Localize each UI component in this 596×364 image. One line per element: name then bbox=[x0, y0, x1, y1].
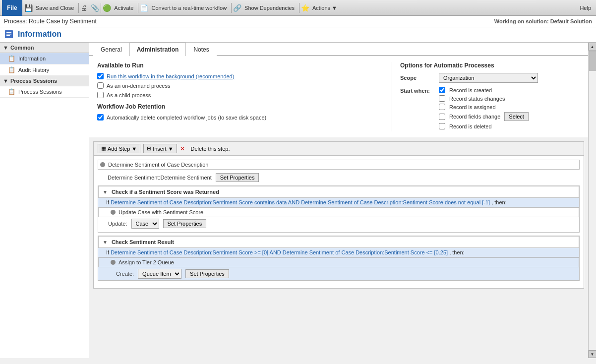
save-icon: 💾 bbox=[24, 4, 33, 12]
scroll-up-arrow[interactable]: ▲ bbox=[589, 43, 596, 51]
tab-notes[interactable]: Notes bbox=[186, 43, 216, 56]
svg-rect-3 bbox=[6, 35, 10, 36]
scope-select[interactable]: Organization Business Unit Parent: Child… bbox=[439, 73, 538, 83]
update-label: Update: bbox=[108, 221, 127, 227]
record-fields-checkbox[interactable] bbox=[439, 114, 445, 120]
if-row-2: If Determine Sentiment of Case Descripti… bbox=[98, 248, 579, 257]
common-group-header[interactable]: ▼ Common bbox=[0, 43, 89, 53]
child-process-row: As a child process bbox=[97, 92, 382, 98]
separator-2 bbox=[89, 3, 89, 13]
chevron-down-icon: ▼ bbox=[3, 45, 8, 51]
process-sessions-group-header[interactable]: ▼ Process Sessions bbox=[0, 76, 89, 86]
options-header: Options for Automatic Processes bbox=[400, 62, 580, 69]
solution-label: Working on solution: Default Solution bbox=[494, 18, 592, 24]
record-fields-label: Record fields change bbox=[449, 114, 500, 120]
start-when-container: Start when: Record is created Record sta… bbox=[400, 87, 580, 131]
on-demand-label: As an on-demand process bbox=[107, 83, 170, 89]
set-props-btn-3[interactable]: Set Properties bbox=[185, 269, 229, 278]
attach-icon: 📎 bbox=[91, 4, 99, 12]
sidebar-item-process-sessions[interactable]: 📋 Process Sessions bbox=[0, 86, 89, 98]
actions-icon: ⭐ bbox=[301, 4, 309, 12]
if-link-1[interactable]: Determine Sentiment of Case Description:… bbox=[111, 199, 490, 205]
if-then-1: , then: bbox=[491, 199, 507, 205]
determine-sentiment-props: Determine Sentiment:Determine Sentiment … bbox=[98, 172, 580, 183]
if-text-2: If bbox=[106, 249, 111, 255]
tabs-bar: General Administration Notes bbox=[89, 43, 588, 56]
breadcrumb: Process: Route Case by Sentiment bbox=[4, 18, 97, 25]
insert-button[interactable]: ⊞ Insert ▼ bbox=[143, 144, 177, 153]
record-assigned-checkbox[interactable] bbox=[439, 104, 445, 110]
child-process-label: As a child process bbox=[107, 92, 151, 98]
record-status-checkbox[interactable] bbox=[439, 95, 445, 102]
record-deleted-row: Record is deleted bbox=[439, 123, 529, 129]
activate-button[interactable]: Activate bbox=[111, 1, 136, 15]
actions-button[interactable]: Actions ▼ bbox=[309, 1, 340, 15]
create-select[interactable]: Queue Item bbox=[138, 269, 181, 279]
start-when-label: Start when: bbox=[400, 87, 435, 131]
delete-step-button[interactable]: Delete this step. bbox=[188, 145, 233, 153]
available-to-run-header: Available to Run bbox=[97, 62, 382, 69]
determine-sentiment-step[interactable]: Determine Sentiment of Case Description bbox=[98, 160, 580, 170]
breadcrumb-bar: Process: Route Case by Sentiment Working… bbox=[0, 16, 596, 27]
start-when-options: Record is created Record status changes … bbox=[439, 87, 529, 131]
scope-row: Scope Organization Business Unit Parent:… bbox=[400, 73, 580, 83]
sub-bullet-1 bbox=[111, 210, 116, 215]
tab-administration[interactable]: Administration bbox=[129, 43, 186, 56]
add-step-button[interactable]: ▦ Add Step ▼ bbox=[98, 144, 140, 153]
if-row-1: If Determine Sentiment of Case Descripti… bbox=[98, 198, 579, 207]
common-label: Common bbox=[10, 45, 34, 51]
save-close-button[interactable]: Save and Close bbox=[33, 1, 77, 15]
actions-dropdown-icon: ▼ bbox=[332, 5, 337, 11]
record-created-checkbox[interactable] bbox=[439, 87, 445, 93]
run-background-checkbox[interactable] bbox=[97, 73, 104, 79]
step-text: Determine Sentiment of Case Description bbox=[108, 162, 577, 168]
sidebar-item-information[interactable]: 📋 Information bbox=[0, 53, 89, 64]
update-case-step[interactable]: Update Case with Sentiment Score bbox=[98, 207, 579, 217]
file-button[interactable]: File bbox=[2, 0, 22, 16]
delete-icon: ✕ bbox=[180, 145, 185, 152]
sidebar: ▼ Common 📋 Information 📋 Audit History ▼… bbox=[0, 43, 89, 358]
steps-container: ▦ Add Step ▼ ⊞ Insert ▼ ✕ Delete this st… bbox=[93, 141, 584, 289]
collapse-icon-2[interactable]: ▼ bbox=[101, 240, 110, 245]
if-then-2: , then: bbox=[449, 249, 465, 255]
assign-tier2-step[interactable]: Assign to Tier 2 Queue bbox=[98, 257, 579, 267]
show-deps-button[interactable]: Show Dependencies bbox=[241, 1, 298, 15]
separator-6 bbox=[299, 3, 299, 13]
run-background-link[interactable]: Run this workflow in the background (rec… bbox=[107, 73, 234, 79]
condition-block-2: ▼ Check Sentiment Result If Determine Se… bbox=[98, 236, 580, 281]
form-content: Available to Run Run this workflow in th… bbox=[89, 56, 588, 137]
separator-1 bbox=[78, 3, 79, 13]
update-select[interactable]: Case bbox=[131, 219, 159, 229]
auto-delete-row: Automatically delete completed workflow … bbox=[97, 114, 382, 121]
if-link-2[interactable]: Determine Sentiment of Case Description:… bbox=[111, 249, 448, 255]
step-content: Determine Sentiment of Case Description … bbox=[94, 156, 584, 288]
on-demand-checkbox[interactable] bbox=[97, 82, 104, 89]
sidebar-item-label: Process Sessions bbox=[18, 89, 61, 95]
process-icon: 📋 bbox=[8, 88, 15, 95]
select-button[interactable]: Select bbox=[504, 112, 529, 121]
content-area: General Administration Notes Available t… bbox=[89, 43, 588, 358]
convert-icon: 📄 bbox=[140, 4, 148, 12]
scroll-thumb[interactable] bbox=[589, 51, 596, 71]
record-deleted-label: Record is deleted bbox=[449, 123, 492, 129]
child-process-checkbox[interactable] bbox=[97, 92, 104, 98]
sidebar-item-label: Information bbox=[18, 56, 46, 61]
admin-right: Options for Automatic Processes Scope Or… bbox=[392, 62, 580, 131]
sidebar-item-audit-history[interactable]: 📋 Audit History bbox=[0, 64, 89, 76]
help-button[interactable]: Help bbox=[577, 1, 594, 15]
scroll-down-arrow[interactable]: ▼ bbox=[589, 350, 596, 358]
step-bullet bbox=[100, 162, 105, 167]
page-header: Information bbox=[0, 27, 596, 43]
set-props-btn-2[interactable]: Set Properties bbox=[163, 219, 207, 228]
record-deleted-checkbox[interactable] bbox=[439, 123, 445, 129]
svg-rect-2 bbox=[6, 34, 11, 35]
set-props-btn-1[interactable]: Set Properties bbox=[216, 173, 259, 182]
record-created-label: Record is created bbox=[449, 87, 492, 93]
record-status-label: Record status changes bbox=[449, 96, 505, 102]
collapse-icon-1[interactable]: ▼ bbox=[101, 189, 110, 195]
tab-general[interactable]: General bbox=[93, 43, 129, 56]
auto-delete-checkbox[interactable] bbox=[97, 114, 104, 121]
run-background-row: Run this workflow in the background (rec… bbox=[97, 73, 382, 79]
convert-button[interactable]: Convert to a real-time workflow bbox=[148, 1, 230, 15]
insert-arrow: ▼ bbox=[168, 146, 174, 152]
